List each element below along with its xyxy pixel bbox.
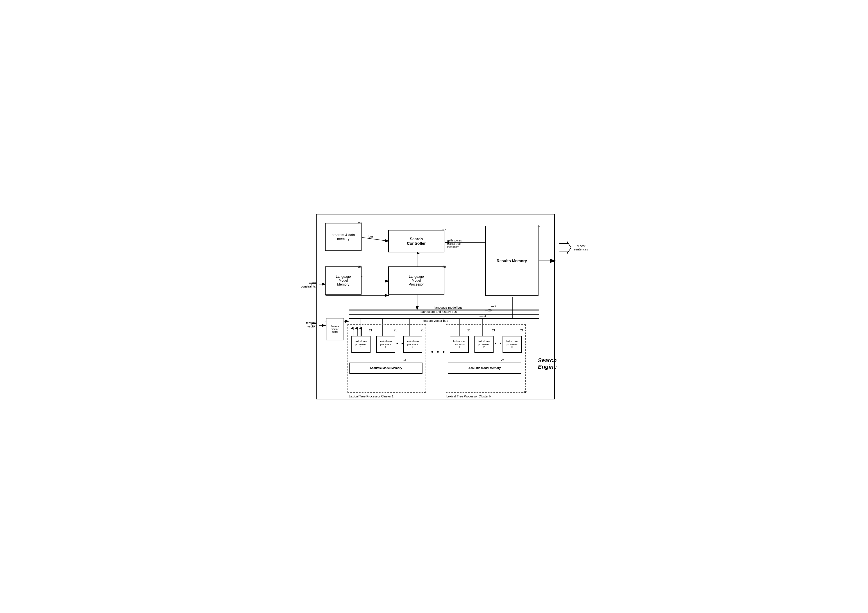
svg-text:language model bus: language model bus <box>434 306 463 309</box>
ref-23-c2: 23 <box>501 358 504 362</box>
svg-text:—30: —30 <box>491 304 497 308</box>
ref-28: 28 <box>358 222 361 225</box>
n-best-label: N bestsentences <box>574 244 588 251</box>
ref-25: 25 <box>536 224 540 228</box>
prog-data-memory-label: program & datamemory <box>332 233 355 241</box>
ref-21-ltpkc1: 21 <box>421 329 424 332</box>
svg-text:—26: —26 <box>485 309 491 312</box>
svg-text:path scores: path scores <box>447 239 462 242</box>
svg-text:bus: bus <box>369 235 374 238</box>
lang-model-memory-box: LanguageModelMemory <box>325 267 361 295</box>
ref-23-c1: 23 <box>403 358 406 362</box>
ref-22-c1: 22 <box>424 390 427 394</box>
lang-model-processor-box: LanguageModelProcessor <box>388 267 444 295</box>
ltp2-cluster1: lexical treeprocessor2 <box>376 336 395 353</box>
svg-text:identifiers: identifiers <box>447 245 459 248</box>
results-memory-box: Results Memory <box>485 226 538 296</box>
ref-31: 31 <box>358 265 361 268</box>
cluster1-box: lexical treeprocessor1 21 lexical treepr… <box>347 324 426 393</box>
cluster2-label: Lexical Tree Processor Cluster N <box>446 395 491 398</box>
ltpk-cluster1: lexical treeprocessork <box>403 336 422 353</box>
ltp1-cluster1: lexical treeprocessor1 <box>352 336 370 353</box>
n-best-area: N bestsentences <box>558 241 588 255</box>
cluster1-label: Lexical Tree Processor Cluster 1 <box>349 395 394 398</box>
feature-vector-buffer-box: featurevectorbuffer <box>326 318 344 340</box>
acm2-box: Acoustic Model Memory <box>448 363 521 374</box>
n-best-arrow <box>558 241 572 255</box>
ltp2-cluster2: lexical treeprocessor2 <box>474 336 494 353</box>
ref-27: 27 <box>442 228 446 232</box>
ref-21-ltp2c1: 21 <box>394 329 397 332</box>
ref-21-ltp1c2: 21 <box>467 329 471 332</box>
main-box: bus path scores lexical tree identifiers… <box>316 214 555 399</box>
cluster2-box: lexical treeprocessor1 21 lexical treepr… <box>446 324 526 393</box>
search-engine-label: Search Engine <box>538 357 575 370</box>
dots-between-clusters: • • • <box>431 349 446 355</box>
lang-model-memory-label: LanguageModelMemory <box>336 275 350 286</box>
ref-29: 29 <box>442 265 446 268</box>
svg-text:—24: —24 <box>479 314 486 318</box>
feature-vector-arrow <box>312 323 316 326</box>
svg-text:path score and history bus: path score and history bus <box>420 310 457 313</box>
feature-vector-buffer-label: featurevectorbuffer <box>331 325 339 333</box>
results-memory-label: Results Memory <box>497 259 527 263</box>
ref-21-ltpkc2: 21 <box>520 329 523 332</box>
svg-text:feature vector bus: feature vector bus <box>423 319 448 322</box>
ltp1-cluster2: lexical treeprocessor1 <box>450 336 469 353</box>
word-constraints-arrow <box>312 283 316 285</box>
diagram-container: bus path scores lexical tree identifiers… <box>293 205 575 408</box>
lang-model-processor-label: LanguageModelProcessor <box>409 275 424 286</box>
svg-text:lexical tree: lexical tree <box>447 242 461 245</box>
svg-marker-45 <box>559 242 571 253</box>
prog-data-memory-box: program & datamemory <box>325 223 361 251</box>
ref-22-c2: 22 <box>523 390 527 394</box>
ref-21-ltp1c1: 21 <box>369 329 372 332</box>
acm1-box: Acoustic Model Memory <box>349 363 423 374</box>
ref-21-ltp2c2: 21 <box>492 329 495 332</box>
search-controller-label: SearchController <box>407 237 426 246</box>
svg-line-4 <box>363 237 389 241</box>
search-controller-box: SearchController <box>388 230 444 252</box>
ltpk-cluster2: lexical treeprocessork <box>502 336 522 353</box>
